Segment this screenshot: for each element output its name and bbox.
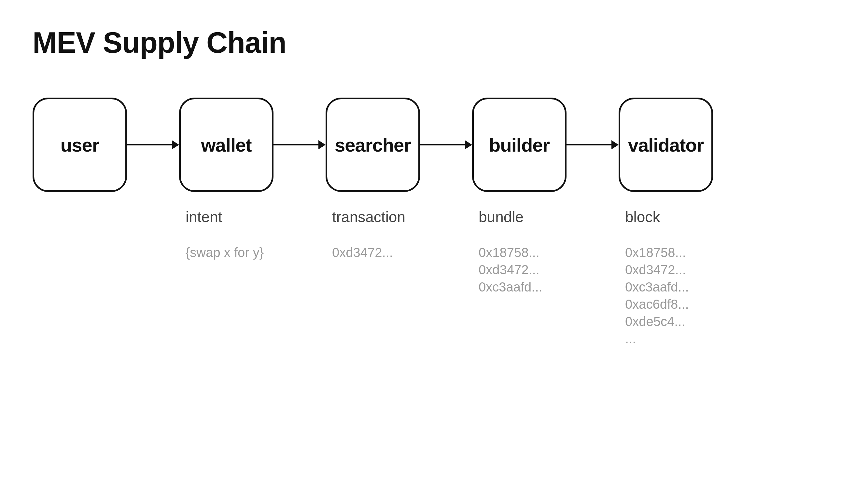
validator-sub-5: ... (625, 331, 689, 346)
nodes-row: user wallet searcher builder (26, 98, 842, 192)
builder-sub-0: 0x18758... (478, 245, 542, 260)
arrow-line-2 (274, 144, 318, 145)
builder-sub-1: 0xd3472... (478, 263, 542, 277)
label-searcher: transaction 0xd3472... (326, 208, 420, 260)
label-builder-text: bundle (472, 208, 524, 226)
arrow-head-3 (465, 140, 472, 149)
builder-sub-2: 0xc3aafd... (478, 280, 542, 294)
arrow-line-1 (127, 144, 172, 145)
node-user-label: user (61, 134, 99, 156)
wallet-sub-0: {swap x for y} (186, 245, 264, 260)
searcher-sub-0: 0xd3472... (332, 245, 393, 260)
label-wallet-text: intent (179, 208, 222, 226)
node-wallet-label: wallet (201, 134, 251, 156)
label-searcher-subitems: 0xd3472... (326, 245, 393, 260)
node-builder: builder (472, 98, 566, 192)
labels-row: intent {swap x for y} transaction 0xd347… (26, 208, 842, 346)
page-title: MEV Supply Chain (33, 26, 286, 60)
validator-sub-4: 0xde5c4... (625, 314, 689, 329)
arrow-3 (420, 140, 472, 149)
arrow-1 (127, 140, 179, 149)
validator-sub-3: 0xac6df8... (625, 297, 689, 312)
node-user: user (33, 98, 127, 192)
arrow-line-3 (420, 144, 465, 145)
diagram-area: user wallet searcher builder (26, 98, 842, 346)
label-searcher-text: transaction (326, 208, 405, 226)
node-builder-label: builder (489, 134, 550, 156)
arrow-2 (274, 140, 326, 149)
label-validator-subitems: 0x18758... 0xd3472... 0xc3aafd... 0xac6d… (619, 245, 689, 346)
arrow-head-2 (318, 140, 326, 149)
node-validator: validator (619, 98, 713, 192)
arrow-line-4 (566, 144, 612, 145)
node-validator-label: validator (628, 134, 704, 156)
arrow-head-4 (612, 140, 619, 149)
label-builder-subitems: 0x18758... 0xd3472... 0xc3aafd... (472, 245, 542, 294)
label-builder: bundle 0x18758... 0xd3472... 0xc3aafd... (472, 208, 566, 294)
validator-sub-0: 0x18758... (625, 245, 689, 260)
validator-sub-1: 0xd3472... (625, 263, 689, 277)
node-searcher-label: searcher (335, 134, 411, 156)
node-searcher: searcher (326, 98, 420, 192)
label-validator-text: block (619, 208, 660, 226)
label-validator: block 0x18758... 0xd3472... 0xc3aafd... … (619, 208, 713, 346)
label-wallet: intent {swap x for y} (179, 208, 274, 260)
label-wallet-subitems: {swap x for y} (179, 245, 264, 260)
node-wallet: wallet (179, 98, 274, 192)
arrow-4 (566, 140, 619, 149)
validator-sub-2: 0xc3aafd... (625, 280, 689, 294)
arrow-head-1 (172, 140, 179, 149)
